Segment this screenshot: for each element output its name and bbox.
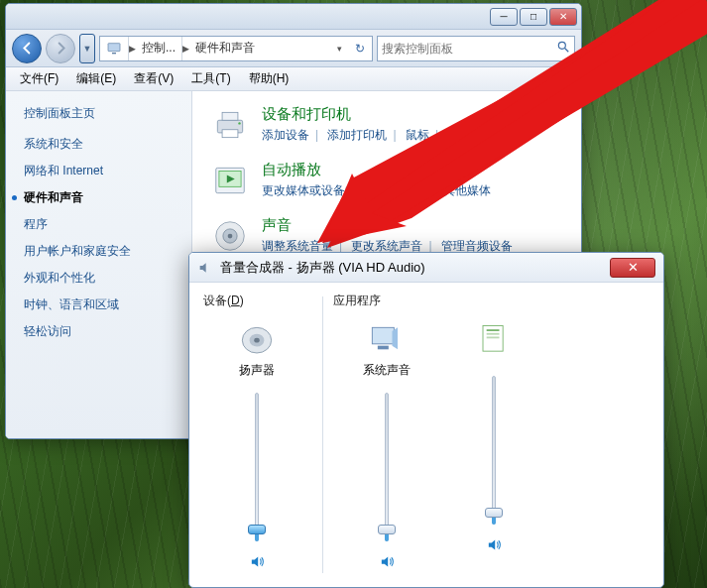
speaker-device-icon[interactable] — [235, 319, 279, 357]
device-volume-slider[interactable] — [243, 393, 271, 541]
chevron-right-icon: ▶ — [182, 44, 189, 54]
svg-rect-21 — [378, 345, 389, 349]
sidebar-item-programs[interactable]: 程序 — [24, 216, 174, 233]
menu-edit[interactable]: 编辑(E) — [68, 67, 124, 90]
sidebar-item-system[interactable]: 系统和安全 — [24, 136, 174, 153]
sidebar-home[interactable]: 控制面板主页 — [24, 105, 174, 122]
mixer-app-item: 系统声音 — [333, 319, 440, 570]
link-add-device[interactable]: 添加设备 — [262, 128, 309, 142]
svg-point-2 — [558, 42, 565, 49]
link-change-sounds[interactable]: 更改系统声音 — [351, 239, 422, 253]
address-bar[interactable]: ▶ 控制... ▶ 硬件和声音 ▾ ↻ — [99, 36, 373, 61]
link-adjust-volume[interactable]: 调整系统音量 — [262, 239, 333, 253]
category-devices: 设备和打印机 添加设备| 添加打印机| 鼠标| 设备管 理器 — [210, 105, 563, 145]
minimize-button[interactable]: ─ — [490, 8, 518, 26]
category-links: 更改媒体或设备的 自动播放 CD 或其他媒体 — [262, 182, 491, 199]
category-links: 添加设备| 添加打印机| 鼠标| 设备管 理器 — [262, 127, 511, 144]
mixer-close-button[interactable]: ✕ — [610, 258, 655, 278]
svg-rect-6 — [222, 130, 238, 138]
link-manager-partial[interactable]: 理器 — [487, 128, 511, 142]
sidebar-list: 系统和安全 网络和 Internet 硬件和声音 程序 用户帐户和家庭安全 外观… — [24, 136, 174, 340]
menu-help[interactable]: 帮助(H) — [241, 67, 297, 90]
app-mute-button[interactable] — [486, 536, 503, 553]
autoplay-icon — [210, 161, 250, 200]
history-dropdown[interactable]: ▼ — [79, 34, 95, 63]
mixer-device-item: 扬声器 — [203, 319, 310, 570]
menu-view[interactable]: 查看(V) — [126, 67, 181, 90]
svg-rect-0 — [108, 43, 120, 51]
chevron-down-icon[interactable]: ▾ — [337, 44, 348, 54]
sidebar-item-hardware[interactable]: 硬件和声音 — [24, 189, 174, 206]
svg-point-13 — [228, 234, 233, 239]
mixer-device-header: 设备(D) — [203, 293, 312, 309]
breadcrumb-seg-2[interactable]: 硬件和声音 — [195, 40, 255, 57]
system-sounds-icon[interactable] — [365, 319, 409, 357]
menu-file[interactable]: 文件(F) — [12, 67, 66, 90]
mixer-titlebar: 音量合成器 - 扬声器 (VIA HD Audio) ✕ — [189, 253, 663, 283]
link-add-printer[interactable]: 添加打印机 — [327, 128, 387, 142]
breadcrumb-icon — [100, 37, 129, 60]
mixer-app-item — [440, 319, 547, 570]
menu-tools[interactable]: 工具(T) — [183, 67, 238, 90]
volume-mixer-window: 音量合成器 - 扬声器 (VIA HD Audio) ✕ 设备(D) 扬声器 — [188, 252, 664, 588]
search-input[interactable] — [382, 42, 556, 56]
separator — [322, 296, 323, 573]
app-mute-button[interactable] — [379, 553, 396, 570]
navbar: ▼ ▶ 控制... ▶ 硬件和声音 ▾ ↻ — [6, 30, 581, 67]
sidebar-item-network[interactable]: 网络和 Internet — [24, 163, 174, 179]
svg-rect-20 — [372, 327, 394, 343]
app-volume-slider[interactable] — [480, 376, 508, 525]
maximize-button[interactable]: □ — [520, 8, 547, 26]
mixer-title-text: 音量合成器 - 扬声器 (VIA HD Audio) — [220, 259, 425, 277]
app-name: 系统声音 — [363, 362, 411, 379]
device-mute-button[interactable] — [249, 553, 266, 570]
chevron-right-icon: ▶ — [129, 44, 136, 54]
menubar: 文件(F) 编辑(E) 查看(V) 工具(T) 帮助(H) — [6, 67, 581, 91]
arrow-left-icon — [20, 41, 35, 56]
svg-rect-24 — [487, 333, 500, 335]
svg-rect-1 — [112, 53, 116, 54]
search-icon[interactable] — [556, 40, 570, 57]
forward-button[interactable] — [46, 34, 75, 63]
sidebar-item-appearance[interactable]: 外观和个性化 — [24, 270, 174, 287]
back-button[interactable] — [12, 34, 42, 63]
monitor-icon — [106, 41, 122, 57]
svg-rect-25 — [487, 336, 500, 338]
sidebar: 控制面板主页 系统和安全 网络和 Internet 硬件和声音 程序 用户帐户和… — [6, 91, 192, 438]
svg-line-3 — [565, 49, 569, 53]
printer-icon — [210, 105, 250, 145]
sidebar-item-clock[interactable]: 时钟、语言和区域 — [24, 296, 174, 313]
app-volume-slider[interactable] — [373, 393, 401, 541]
sidebar-item-accounts[interactable]: 用户帐户和家庭安全 — [24, 243, 174, 260]
link-autoplay-text[interactable]: 更改媒体或设备的 自动播放 CD 或其他媒体 — [262, 183, 491, 197]
svg-point-19 — [254, 338, 259, 343]
svg-rect-5 — [222, 112, 238, 120]
category-autoplay: 自动播放 更改媒体或设备的 自动播放 CD 或其他媒体 — [210, 161, 563, 200]
category-title[interactable]: 自动播放 — [262, 161, 491, 179]
category-title[interactable]: 声音 — [262, 216, 513, 235]
close-button[interactable]: ✕ — [549, 8, 577, 26]
mixer-apps-header: 应用程序 — [333, 293, 649, 309]
app-generic-icon[interactable] — [472, 319, 516, 357]
svg-rect-23 — [487, 329, 500, 331]
link-mouse[interactable]: 鼠标 — [406, 128, 429, 142]
refresh-button[interactable]: ↻ — [348, 42, 372, 56]
device-name: 扬声器 — [239, 362, 275, 379]
breadcrumb-seg-1[interactable]: 控制... — [142, 40, 176, 57]
arrow-right-icon — [54, 41, 68, 56]
category-title[interactable]: 设备和打印机 — [262, 105, 511, 124]
category-sound: 声音 调整系统音量| 更改系统声音| 管理音频设备 — [210, 216, 563, 256]
speaker-icon — [210, 216, 250, 256]
speaker-small-icon — [197, 260, 213, 276]
search-box[interactable] — [377, 36, 575, 61]
svg-point-7 — [238, 122, 240, 124]
link-manage-audio[interactable]: 管理音频设备 — [441, 239, 513, 253]
sidebar-item-ease[interactable]: 轻松访问 — [24, 323, 174, 340]
titlebar: ─ □ ✕ — [6, 4, 581, 30]
